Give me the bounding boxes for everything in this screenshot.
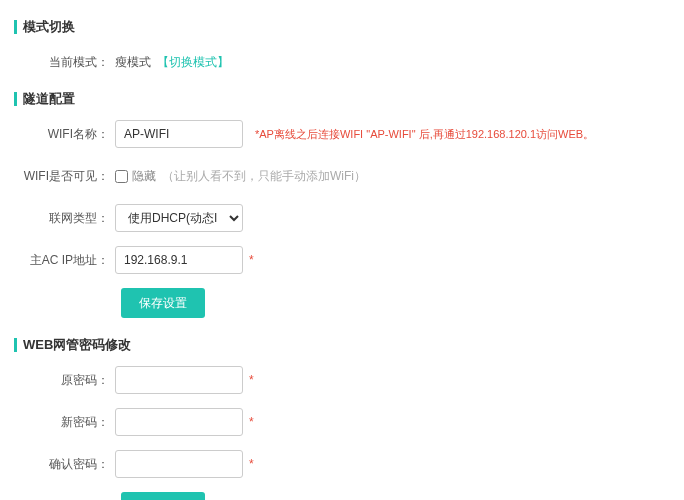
required-star-icon: * [249,373,254,387]
wifi-hide-checkbox-label[interactable]: 隐藏 （让别人看不到，只能手动添加WiFi） [115,168,366,185]
tunnel-section-header: 隧道配置 [14,90,684,108]
current-mode-value: 瘦模式 [115,54,151,71]
password-section-title: WEB网管密码修改 [23,336,131,354]
net-type-select[interactable]: 使用DHCP(动态IP) [115,204,243,232]
wifi-name-input[interactable] [115,120,243,148]
ac-ip-input[interactable] [115,246,243,274]
ac-ip-row: 主AC IP地址： * [0,246,684,274]
confirm-pwd-row: 确认密码： * [0,450,684,478]
current-mode-label: 当前模式： [0,54,115,71]
section-bar-icon [14,92,17,106]
wifi-name-row: WIFI名称： *AP离线之后连接WIFI "AP-WIFI" 后,再通过192… [0,120,684,148]
confirm-pwd-label: 确认密码： [0,456,115,473]
wifi-hide-hint: （让别人看不到，只能手动添加WiFi） [162,168,366,185]
ac-ip-label: 主AC IP地址： [0,252,115,269]
mode-section-title: 模式切换 [23,18,75,36]
required-star-icon: * [249,253,254,267]
net-type-row: 联网类型： 使用DHCP(动态IP) [0,204,684,232]
password-section-header: WEB网管密码修改 [14,336,684,354]
wifi-name-label: WIFI名称： [0,126,115,143]
new-pwd-label: 新密码： [0,414,115,431]
section-bar-icon [14,338,17,352]
net-type-label: 联网类型： [0,210,115,227]
switch-mode-link[interactable]: 【切换模式】 [157,54,229,71]
current-mode-row: 当前模式： 瘦模式 【切换模式】 [0,48,684,76]
section-bar-icon [14,20,17,34]
wifi-visible-row: WIFI是否可见： 隐藏 （让别人看不到，只能手动添加WiFi） [0,162,684,190]
old-pwd-label: 原密码： [0,372,115,389]
new-pwd-row: 新密码： * [0,408,684,436]
wifi-hide-checkbox[interactable] [115,170,128,183]
password-save-button[interactable]: 保存设置 [121,492,205,500]
confirm-pwd-input[interactable] [115,450,243,478]
wifi-hide-text: 隐藏 [132,168,156,185]
old-pwd-input[interactable] [115,366,243,394]
required-star-icon: * [249,457,254,471]
tunnel-section-title: 隧道配置 [23,90,75,108]
new-pwd-input[interactable] [115,408,243,436]
wifi-name-hint: *AP离线之后连接WIFI "AP-WIFI" 后,再通过192.168.120… [255,127,594,142]
old-pwd-row: 原密码： * [0,366,684,394]
mode-section-header: 模式切换 [14,18,684,36]
tunnel-save-button[interactable]: 保存设置 [121,288,205,318]
wifi-visible-label: WIFI是否可见： [0,168,115,185]
required-star-icon: * [249,415,254,429]
